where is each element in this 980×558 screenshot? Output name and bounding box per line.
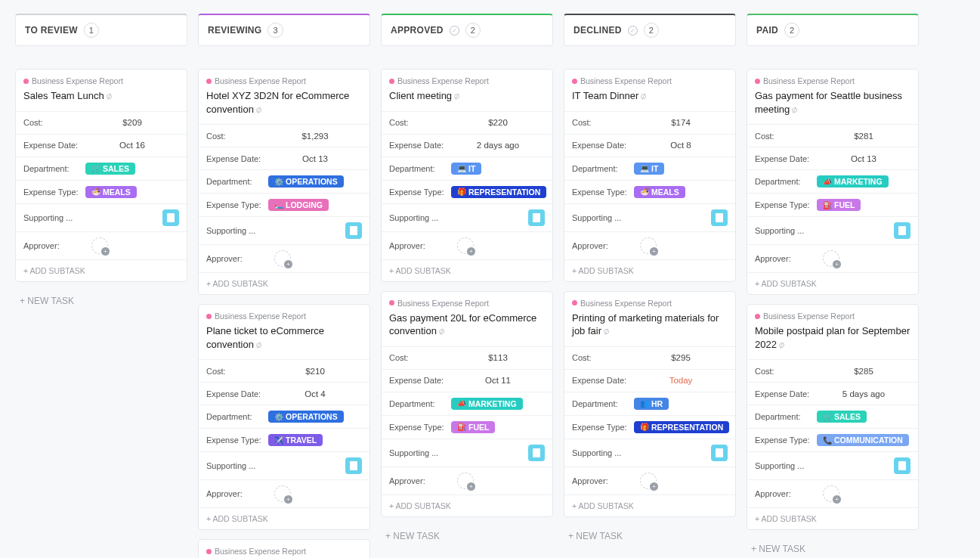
column-header[interactable]: DECLINED ✓ 2 [564, 14, 736, 46]
task-card[interactable]: Business Expense Report IT Team Dinner⌀ … [564, 69, 736, 282]
department-tag[interactable]: 💻IT [634, 163, 664, 175]
department-tag[interactable]: 🛒SALES [817, 411, 867, 423]
attachment-icon: ⌀ [638, 88, 649, 103]
document-icon[interactable] [711, 445, 728, 461]
task-card[interactable]: Business Expense Report Hotel XYZ 3D2N f… [198, 69, 370, 295]
card-title: Plane ticket to eCommerce convention⌀ [206, 324, 362, 351]
expense-type-tag[interactable]: ✈️TRAVEL [268, 434, 323, 446]
expense-type-tag[interactable]: 🍜MEALS [85, 186, 137, 198]
column-header[interactable]: APPROVED ✓ 2 [381, 14, 553, 46]
field-label: Cost: [206, 367, 262, 376]
department-tag[interactable]: 📣MARKETING [817, 175, 889, 188]
new-task-button[interactable]: + NEW TASK [381, 526, 553, 546]
document-icon[interactable] [528, 209, 545, 226]
add-subtask-button[interactable]: + ADD SUBTASK [382, 259, 552, 281]
add-approver-icon[interactable] [640, 473, 657, 489]
add-subtask-button[interactable]: + ADD SUBTASK [382, 494, 552, 516]
add-subtask-button[interactable]: + ADD SUBTASK [564, 494, 735, 516]
document-icon[interactable] [345, 222, 362, 239]
add-approver-icon[interactable] [457, 237, 474, 254]
add-approver-icon[interactable] [457, 473, 474, 489]
cost-value: $285 [817, 367, 910, 376]
add-subtask-button[interactable]: + ADD SUBTASK [564, 259, 735, 281]
status-dot-icon [23, 79, 29, 84]
column-header[interactable]: TO REVIEW 1 [15, 14, 187, 46]
field-label: Expense Date: [755, 154, 811, 163]
field-label: Approver: [206, 489, 262, 498]
column-header[interactable]: PAID 2 [747, 14, 919, 46]
task-card[interactable]: Business Expense Report Plane ticket to … [198, 304, 370, 530]
field-label: Supporting ... [572, 448, 628, 457]
task-card[interactable]: Business Expense Report Phone credits fo… [198, 539, 370, 558]
cost-value: $1,293 [268, 132, 362, 141]
document-icon[interactable] [894, 457, 910, 474]
document-icon[interactable] [528, 445, 545, 461]
task-card[interactable]: Business Expense Report Client meeting⌀ … [381, 69, 553, 282]
attachment-icon: ⌀ [601, 324, 611, 338]
add-subtask-button[interactable]: + ADD SUBTASK [199, 507, 369, 529]
task-card[interactable]: Business Expense Report Mobile postpaid … [747, 304, 919, 530]
task-card[interactable]: Business Expense Report Gas payment for … [747, 69, 919, 295]
add-subtask-button[interactable]: + ADD SUBTASK [747, 272, 918, 294]
add-subtask-button[interactable]: + ADD SUBTASK [747, 507, 918, 529]
card-title: Client meeting⌀ [389, 89, 545, 103]
field-label: Supporting ... [572, 213, 628, 222]
expense-type-tag[interactable]: 📞COMMUNICATION [817, 434, 909, 446]
document-icon[interactable] [711, 209, 728, 226]
expense-type-tag[interactable]: 🛏️LODGING [268, 199, 329, 211]
add-approver-icon[interactable] [640, 237, 657, 254]
task-card[interactable]: Business Expense Report Printing of mark… [564, 291, 736, 517]
list-label: Business Expense Report [755, 76, 910, 85]
add-approver-icon[interactable] [823, 250, 839, 267]
attachment-icon: ⌀ [789, 102, 799, 116]
department-tag[interactable]: 🛒SALES [85, 163, 135, 175]
field-label: Supporting ... [755, 461, 811, 470]
department-tag[interactable]: ⚙️OPERATIONS [268, 175, 344, 188]
department-tag[interactable]: 💻IT [451, 163, 481, 175]
expense-type-tag[interactable]: 🎁REPRESENTATION [634, 421, 729, 433]
expense-type-tag[interactable]: ⛽FUEL [817, 199, 861, 211]
field-label: Approver: [389, 476, 445, 485]
new-task-button[interactable]: + NEW TASK [747, 539, 919, 558]
add-approver-icon[interactable] [823, 485, 839, 502]
card-title: Mobile postpaid plan for September 2022⌀ [755, 324, 910, 351]
card-title: Hotel XYZ 3D2N for eCommerce convention⌀ [206, 89, 362, 116]
expense-type-tag[interactable]: 🎁REPRESENTATION [451, 186, 546, 198]
field-label: Department: [23, 164, 79, 173]
add-subtask-button[interactable]: + ADD SUBTASK [199, 272, 369, 294]
expense-type-tag[interactable]: ⛽FUEL [451, 421, 495, 433]
add-approver-icon[interactable] [91, 237, 108, 254]
field-label: Supporting ... [206, 226, 262, 235]
field-label: Supporting ... [23, 213, 79, 222]
department-tag[interactable]: ⚙️OPERATIONS [268, 411, 344, 423]
attachment-icon: ⌀ [436, 324, 447, 338]
column-header[interactable]: REVIEWING 3 [198, 14, 370, 46]
document-icon[interactable] [345, 457, 362, 474]
attachment-icon: ⌀ [253, 102, 264, 116]
field-label: Cost: [572, 353, 628, 362]
field-label: Supporting ... [755, 226, 811, 235]
document-icon[interactable] [162, 209, 179, 226]
new-task-button[interactable]: + NEW TASK [15, 291, 187, 311]
document-icon[interactable] [894, 222, 910, 239]
add-approver-icon[interactable] [274, 485, 291, 502]
task-card[interactable]: Business Expense Report Gas payment 20L … [381, 291, 553, 517]
column-title: DECLINED [573, 25, 622, 36]
list-label: Business Expense Report [206, 76, 362, 85]
field-label: Expense Date: [572, 376, 628, 385]
list-label: Business Expense Report [23, 76, 179, 85]
add-approver-icon[interactable] [274, 250, 291, 267]
field-label: Department: [755, 177, 811, 186]
expense-type-tag[interactable]: 🍜MEALS [634, 186, 685, 198]
date-value: Oct 8 [634, 141, 728, 150]
department-tag[interactable]: 📣MARKETING [451, 398, 523, 410]
task-card[interactable]: Business Expense Report Sales Team Lunch… [15, 69, 187, 282]
field-label: Supporting ... [389, 448, 445, 457]
column-title: TO REVIEW [25, 25, 78, 36]
field-label: Department: [389, 164, 445, 173]
new-task-button[interactable]: + NEW TASK [564, 526, 736, 546]
field-label: Approver: [572, 476, 628, 485]
field-label: Expense Date: [23, 141, 79, 150]
add-subtask-button[interactable]: + ADD SUBTASK [16, 259, 187, 281]
department-tag[interactable]: 👥HR [634, 398, 669, 410]
